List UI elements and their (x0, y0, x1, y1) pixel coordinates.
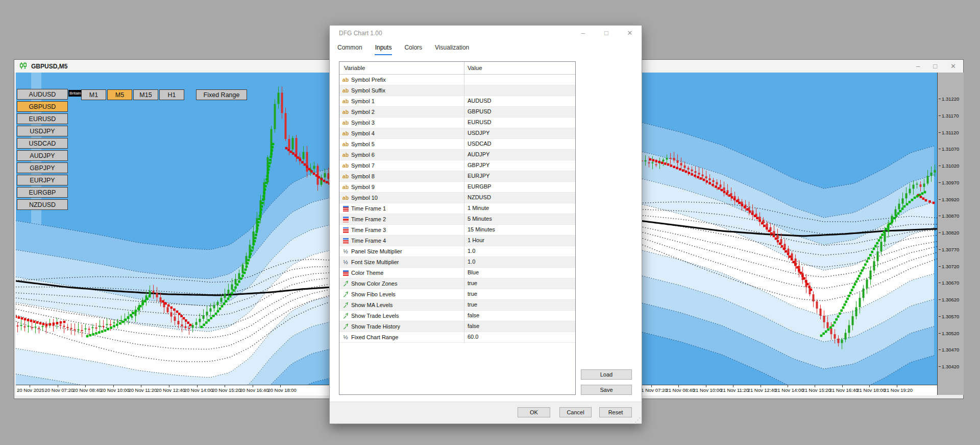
string-param-icon: ab (342, 76, 349, 83)
param-row-font-size-multiplier[interactable]: ½Font Size Multiplier1.0 (339, 257, 575, 268)
window-close-button[interactable]: ✕ (950, 60, 956, 73)
load-button[interactable]: Load (581, 369, 632, 380)
chart-panel-h1[interactable] (640, 73, 937, 385)
save-button[interactable]: Save (581, 385, 632, 395)
param-name: Font Size Multiplier (351, 257, 399, 267)
dialog-minimize-button[interactable]: – (571, 26, 595, 41)
param-value[interactable]: EURJPY (464, 171, 575, 181)
price-label: 1.30620 (939, 297, 959, 302)
param-value[interactable]: USDCAD (464, 139, 575, 149)
window-minimize-button[interactable]: – (916, 60, 920, 73)
param-value[interactable] (464, 85, 575, 96)
param-row-color-theme[interactable]: Color ThemeBlue (339, 268, 575, 278)
param-value[interactable]: 1.0 (464, 257, 575, 267)
timeframe-button-m1[interactable]: M1 (81, 89, 106, 100)
symbol-button-gbpjpy[interactable]: GBPJPY (17, 162, 68, 173)
param-row-fixed-chart-range[interactable]: ½Fixed Chart Range60.0 (339, 332, 575, 343)
param-value[interactable]: 60.0 (464, 332, 575, 342)
symbol-button-audusd[interactable]: AUDUSD (17, 89, 68, 100)
param-row-show-color-zones[interactable]: Show Color Zonestrue (339, 278, 575, 289)
param-value[interactable]: USDJPY (464, 128, 575, 138)
param-value[interactable]: EURGBP (464, 182, 575, 192)
param-value[interactable]: Blue (464, 268, 575, 278)
reset-button[interactable]: Reset (599, 407, 632, 417)
param-name: Symbol 7 (351, 161, 375, 171)
param-row-symbol-7[interactable]: abSymbol 7GBPJPY (339, 160, 575, 171)
param-row-time-frame-4[interactable]: Time Frame 41 Hour (339, 236, 575, 246)
dialog-titlebar[interactable]: DFG Chart 1.00 – □ ✕ (330, 26, 642, 41)
param-row-symbol-1[interactable]: abSymbol 1AUDUSD (339, 96, 575, 107)
param-value[interactable]: EURUSD (464, 118, 575, 128)
param-row-show-ma-levels[interactable]: Show MA Levelstrue (339, 300, 575, 311)
tab-inputs[interactable]: Inputs (375, 42, 393, 55)
param-value[interactable]: GBPUSD (464, 107, 575, 117)
string-param-icon: ab (342, 98, 349, 105)
param-value[interactable]: false (464, 311, 575, 321)
param-row-symbol-5[interactable]: abSymbol 5USDCAD (339, 139, 575, 150)
param-value[interactable]: 15 Minutes (464, 225, 575, 235)
param-name: Symbol 9 (351, 182, 375, 192)
price-axis[interactable]: 1.312201.311701.311201.310701.310201.309… (937, 73, 964, 395)
param-row-symbol-3[interactable]: abSymbol 3EURUSD (339, 118, 575, 128)
param-row-show-fibo-levels[interactable]: Show Fibo Levelstrue (339, 289, 575, 300)
symbol-button-gbpusd[interactable]: GBPUSD (17, 101, 68, 112)
param-value[interactable]: AUDUSD (464, 96, 575, 106)
param-value[interactable]: true (464, 278, 575, 289)
cancel-button[interactable]: Cancel (559, 407, 592, 417)
param-value[interactable]: 1 Hour (464, 236, 575, 246)
symbol-button-eurjpy[interactable]: EURJPY (17, 175, 68, 185)
param-value[interactable]: AUDJPY (464, 150, 575, 160)
param-row-symbol-10[interactable]: abSymbol 10NZDUSD (339, 193, 575, 203)
window-maximize-button[interactable]: □ (933, 60, 937, 73)
param-name: Symbol 4 (351, 129, 375, 138)
param-row-symbol-4[interactable]: abSymbol 4USDJPY (339, 128, 575, 139)
param-value[interactable]: NZDUSD (464, 193, 575, 203)
symbol-button-eurusd[interactable]: EURUSD (17, 113, 68, 124)
param-value[interactable]: GBPJPY (464, 160, 575, 171)
param-row-symbol-8[interactable]: abSymbol 8EURJPY (339, 171, 575, 182)
price-label: 1.30670 (939, 280, 959, 286)
param-value[interactable]: 5 Minutes (464, 214, 575, 224)
tab-colors[interactable]: Colors (404, 42, 423, 55)
param-row-symbol-suffix[interactable]: abSymbol Suffix (339, 85, 575, 96)
param-value[interactable]: 1.0 (464, 246, 575, 256)
param-row-time-frame-1[interactable]: Time Frame 11 Minute (339, 203, 575, 214)
timeframe-button-m15[interactable]: M15 (133, 89, 158, 100)
param-row-show-trade-levels[interactable]: Show Trade Levelsfalse (339, 311, 575, 321)
param-row-symbol-2[interactable]: abSymbol 2GBPUSD (339, 107, 575, 118)
param-row-panel-size-multiplier[interactable]: ½Panel Size Multiplier1.0 (339, 246, 575, 257)
param-row-time-frame-3[interactable]: Time Frame 315 Minutes (339, 225, 575, 236)
param-name: Show Trade History (351, 322, 400, 332)
param-value[interactable]: true (464, 289, 575, 299)
symbol-button-list: AUDUSDGBPUSDEURUSDUSDJPYUSDCADAUDJPYGBPJ… (17, 89, 68, 210)
param-row-time-frame-2[interactable]: Time Frame 25 Minutes (339, 214, 575, 225)
param-name: Panel Size Multiplier (351, 247, 402, 256)
price-label: 1.30720 (939, 264, 959, 269)
column-header-variable: Variable (339, 62, 464, 74)
symbol-button-audjpy[interactable]: AUDJPY (17, 150, 68, 161)
param-row-show-trade-history[interactable]: Show Trade Historyfalse (339, 321, 575, 332)
price-label: 1.31120 (939, 130, 959, 135)
timeframe-button-h1[interactable]: H1 (159, 89, 184, 100)
ok-button[interactable]: OK (518, 407, 550, 417)
tab-common[interactable]: Common (337, 42, 363, 55)
symbol-button-nzdusd[interactable]: NZDUSD (17, 199, 68, 210)
param-value[interactable]: false (464, 321, 575, 332)
time-label: 20 Nov 11:20 (128, 387, 157, 393)
symbol-button-eurgbp[interactable]: EURGBP (17, 187, 68, 198)
symbol-button-usdjpy[interactable]: USDJPY (17, 126, 68, 136)
time-label: 21 Nov 15:20 (802, 387, 831, 393)
fixed-range-button[interactable]: Fixed Range (196, 89, 247, 100)
symbol-button-usdcad[interactable]: USDCAD (17, 138, 68, 149)
tab-visualization[interactable]: Visualization (434, 42, 470, 55)
param-row-symbol-6[interactable]: abSymbol 6AUDJPY (339, 150, 575, 160)
param-value[interactable]: true (464, 300, 575, 310)
dialog-close-button[interactable]: ✕ (618, 26, 642, 41)
param-value[interactable] (464, 75, 575, 85)
param-row-symbol-prefix[interactable]: abSymbol Prefix (339, 75, 575, 85)
timeframe-button-m5[interactable]: M5 (107, 89, 132, 100)
param-row-symbol-9[interactable]: abSymbol 9EURGBP (339, 182, 575, 193)
param-value[interactable]: 1 Minute (464, 203, 575, 214)
dialog-maximize-button[interactable]: □ (595, 26, 618, 41)
resize-grip-icon[interactable]: ⋰ (634, 417, 641, 423)
